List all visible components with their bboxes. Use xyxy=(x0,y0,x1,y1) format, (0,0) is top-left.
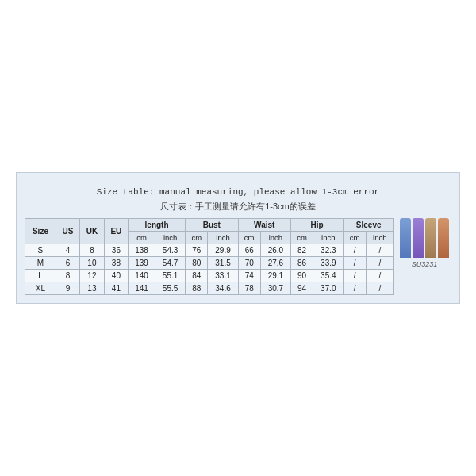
table-cell: 38 xyxy=(104,257,128,270)
table-cell: 90 xyxy=(290,270,313,282)
sku-label: SU3231 xyxy=(412,260,438,268)
table-cell: 74 xyxy=(238,270,260,282)
table-cell: 12 xyxy=(79,270,104,282)
figure-blue xyxy=(400,218,411,258)
table-row: XL9134114155.58834.67830.79437.0// xyxy=(25,282,394,295)
length-cm: cm xyxy=(128,232,155,244)
title-chinese: 尺寸表：手工测量请允许有1-3cm的误差 xyxy=(28,200,448,214)
figure-brown xyxy=(425,218,436,258)
table-cell: / xyxy=(366,282,393,295)
table-cell: 54.7 xyxy=(155,257,186,270)
table-cell: 40 xyxy=(104,270,128,282)
figure-orange xyxy=(438,218,449,258)
table-cell: 30.7 xyxy=(260,282,290,295)
product-image: SU3231 xyxy=(397,218,451,268)
table-cell: 27.6 xyxy=(260,257,290,270)
size-table: Size US UK EU length Bust Waist Hip Slee… xyxy=(25,218,394,295)
table-cell: 138 xyxy=(128,244,155,257)
waist-inch: inch xyxy=(260,232,290,244)
table-cell: 33.1 xyxy=(208,270,238,282)
table-cell: 37.0 xyxy=(313,282,344,295)
table-cell: 9 xyxy=(56,282,79,295)
table-cell: 6 xyxy=(56,257,79,270)
table-cell: 13 xyxy=(79,282,104,295)
table-cell: / xyxy=(344,244,366,257)
table-cell: 35.4 xyxy=(313,270,344,282)
table-cell: 33.9 xyxy=(313,257,344,270)
title-block: Size table: manual measuring, please all… xyxy=(25,181,451,218)
table-cell: 82 xyxy=(290,244,313,257)
table-cell: 26.0 xyxy=(260,244,290,257)
col-us: US xyxy=(56,219,79,244)
table-cell: 4 xyxy=(56,244,79,257)
title-english: Size table: manual measuring, please all… xyxy=(28,186,448,200)
table-cell: L xyxy=(25,270,56,282)
table-cell: M xyxy=(25,257,56,270)
table-cell: 32.3 xyxy=(313,244,344,257)
table-cell: / xyxy=(366,257,393,270)
table-cell: 8 xyxy=(79,244,104,257)
sleeve-cm: cm xyxy=(344,232,366,244)
table-cell: 70 xyxy=(238,257,260,270)
table-row: M6103813954.78031.57027.68633.9// xyxy=(25,257,394,270)
sleeve-inch: inch xyxy=(366,232,393,244)
header-main-row: Size US UK EU length Bust Waist Hip Slee… xyxy=(25,219,394,232)
table-cell: / xyxy=(344,257,366,270)
bust-inch: inch xyxy=(208,232,238,244)
length-inch: inch xyxy=(155,232,186,244)
col-eu: EU xyxy=(104,219,128,244)
table-cell: 55.5 xyxy=(155,282,186,295)
table-cell: 36 xyxy=(104,244,128,257)
bust-cm: cm xyxy=(186,232,208,244)
table-cell: 41 xyxy=(104,282,128,295)
col-uk: UK xyxy=(79,219,104,244)
product-figures xyxy=(400,218,449,258)
table-cell: 76 xyxy=(186,244,208,257)
col-hip: Hip xyxy=(290,219,343,232)
table-cell: 84 xyxy=(186,270,208,282)
hip-cm: cm xyxy=(290,232,313,244)
col-sleeve: Sleeve xyxy=(344,219,394,232)
table-row: L8124014055.18433.17429.19035.4// xyxy=(25,270,394,282)
table-cell: 140 xyxy=(128,270,155,282)
table-cell: 8 xyxy=(56,270,79,282)
table-cell: 54.3 xyxy=(155,244,186,257)
table-cell: 94 xyxy=(290,282,313,295)
table-cell: 80 xyxy=(186,257,208,270)
table-cell: S xyxy=(25,244,56,257)
col-length: length xyxy=(128,219,185,232)
table-cell: 31.5 xyxy=(208,257,238,270)
table-cell: / xyxy=(344,270,366,282)
table-cell: 29.9 xyxy=(208,244,238,257)
table-row: S483613854.37629.96626.08232.3// xyxy=(25,244,394,257)
table-cell: 86 xyxy=(290,257,313,270)
table-cell: 34.6 xyxy=(208,282,238,295)
table-cell: 78 xyxy=(238,282,260,295)
table-cell: 66 xyxy=(238,244,260,257)
table-cell: / xyxy=(344,282,366,295)
col-size: Size xyxy=(25,219,56,244)
table-cell: / xyxy=(366,244,393,257)
table-cell: 29.1 xyxy=(260,270,290,282)
col-waist: Waist xyxy=(238,219,290,232)
hip-inch: inch xyxy=(313,232,344,244)
table-cell: 88 xyxy=(186,282,208,295)
table-body: S483613854.37629.96626.08232.3//M6103813… xyxy=(25,244,394,295)
table-cell: 10 xyxy=(79,257,104,270)
figure-purple xyxy=(413,218,424,258)
table-cell: / xyxy=(366,270,393,282)
table-cell: 55.1 xyxy=(155,270,186,282)
size-table-container: Size table: manual measuring, please all… xyxy=(16,172,460,304)
table-cell: 139 xyxy=(128,257,155,270)
table-wrapper: Size US UK EU length Bust Waist Hip Slee… xyxy=(25,218,451,295)
table-cell: 141 xyxy=(128,282,155,295)
waist-cm: cm xyxy=(238,232,260,244)
table-cell: XL xyxy=(25,282,56,295)
col-bust: Bust xyxy=(186,219,238,232)
